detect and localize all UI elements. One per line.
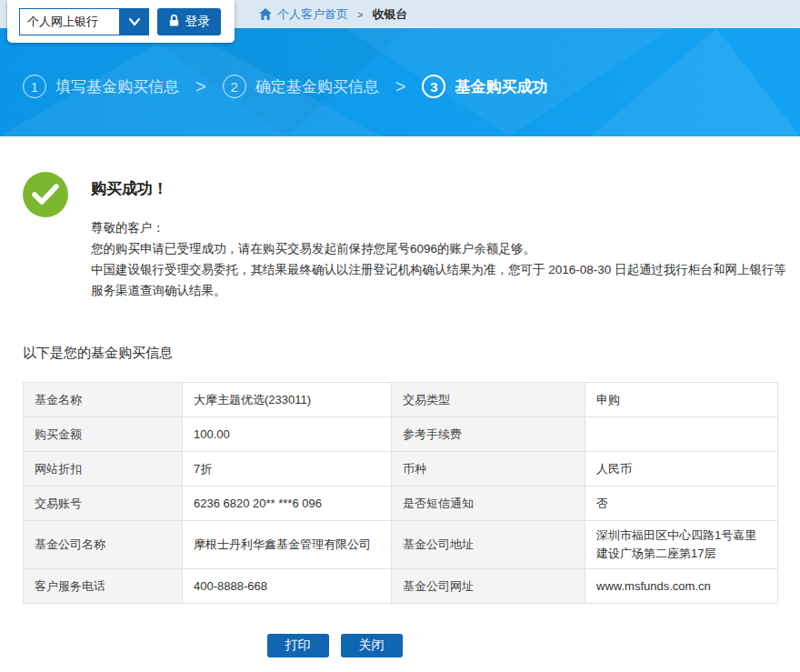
breadcrumb-current: 收银台 — [372, 6, 407, 23]
info-value-cell — [585, 417, 778, 452]
step-1-number: 1 — [23, 75, 46, 98]
step-3-active: 3 基金购买成功 — [422, 75, 547, 98]
banking-channel-select[interactable]: 个人网上银行 — [19, 8, 149, 35]
info-value-cell: 申购 — [585, 383, 778, 417]
success-line1: 您的购买申请已受理成功，请在购买交易发起前保持您尾号6096的账户余额足够。 — [91, 238, 789, 259]
step-2: 2 确定基金购买信息 — [223, 75, 379, 98]
info-label-cell: 币种 — [392, 452, 585, 486]
info-value-cell: 100.00 — [183, 417, 392, 452]
breadcrumb-separator: > — [357, 9, 363, 20]
step-banner: 1 填写基金购买信息 > 2 确定基金购买信息 > 3 基金购买成功 — [0, 28, 800, 136]
info-label-cell: 网站折扣 — [24, 452, 183, 486]
step-2-label: 确定基金购买信息 — [255, 76, 379, 97]
breadcrumb-home-link[interactable]: 个人客户首页 — [277, 6, 348, 23]
success-title: 购买成功！ — [91, 178, 168, 199]
success-greeting: 尊敬的客户： — [91, 217, 789, 238]
info-value-cell: 摩根士丹利华鑫基金管理有限公司 — [183, 521, 392, 569]
info-value-cell: www.msfunds.com.cn — [585, 569, 778, 604]
login-button[interactable]: 登录 — [157, 8, 221, 35]
fund-info-table: 基金名称 大摩主题优选(233011) 交易类型 申购 购买金额 100.00 … — [23, 382, 778, 604]
table-row: 基金公司名称 摩根士丹利华鑫基金管理有限公司 基金公司地址 深圳市福田区中心四路… — [24, 521, 778, 569]
step-separator-icon: > — [395, 76, 406, 97]
step-separator-icon: > — [195, 76, 206, 97]
info-label-cell: 基金公司网址 — [392, 569, 585, 604]
info-value-cell: 否 — [585, 486, 778, 521]
step-3-number: 3 — [422, 75, 445, 98]
step-1: 1 填写基金购买信息 — [23, 75, 179, 98]
table-row: 购买金额 100.00 参考手续费 — [24, 417, 778, 452]
info-value-cell: 大摩主题优选(233011) — [183, 383, 392, 417]
info-label-cell: 基金公司名称 — [24, 521, 183, 569]
home-icon[interactable] — [259, 8, 272, 20]
login-card: 个人网上银行 登录 — [7, 0, 235, 43]
info-value-cell: 400-8888-668 — [183, 569, 392, 604]
info-label-cell: 基金名称 — [24, 383, 183, 417]
page: 个人客户首页 > 收银台 个人网上银行 登录 1 填写基金购买信息 — [0, 0, 800, 672]
info-label-cell: 基金公司地址 — [392, 521, 585, 569]
table-row: 交易账号 6236 6820 20** ***6 096 是否短信通知 否 — [24, 486, 778, 521]
info-label-cell: 交易账号 — [24, 486, 183, 521]
info-label-cell: 交易类型 — [392, 383, 585, 417]
step-2-number: 2 — [223, 75, 246, 98]
login-button-label: 登录 — [185, 14, 211, 30]
table-row: 基金名称 大摩主题优选(233011) 交易类型 申购 — [24, 383, 778, 417]
table-row: 网站折扣 7折 币种 人民币 — [24, 452, 778, 486]
lock-icon — [168, 14, 180, 30]
chevron-down-icon[interactable] — [119, 8, 149, 35]
step-1-label: 填写基金购买信息 — [55, 76, 179, 97]
info-label-cell: 客户服务电话 — [24, 569, 183, 604]
table-row: 客户服务电话 400-8888-668 基金公司网址 www.msfunds.c… — [24, 569, 778, 604]
success-message: 尊敬的客户： 您的购买申请已受理成功，请在购买交易发起前保持您尾号6096的账户… — [91, 217, 789, 301]
info-value-cell: 7折 — [183, 452, 392, 486]
info-value-cell: 6236 6820 20** ***6 096 — [183, 486, 392, 521]
info-value-cell: 人民币 — [585, 452, 778, 486]
success-check-icon — [23, 172, 68, 217]
info-label-cell: 是否短信通知 — [392, 486, 585, 521]
info-label-cell: 参考手续费 — [392, 417, 585, 452]
success-line2: 中国建设银行受理交易委托，其结果最终确认以注册登记机构确认结果为准，您可于 20… — [91, 259, 789, 301]
step-indicator: 1 填写基金购买信息 > 2 确定基金购买信息 > 3 基金购买成功 — [23, 75, 547, 98]
breadcrumb: 个人客户首页 > 收银台 — [259, 0, 407, 28]
action-button-row: 打印 关闭 — [0, 634, 669, 657]
step-3-label: 基金购买成功 — [455, 76, 547, 97]
info-section-heading: 以下是您的基金购买信息 — [23, 345, 173, 362]
print-button[interactable]: 打印 — [267, 634, 329, 657]
close-button[interactable]: 关闭 — [341, 634, 403, 657]
info-value-cell: 深圳市福田区中心四路1号嘉里建设广场第二座第17层 — [585, 521, 778, 569]
banking-channel-select-value[interactable]: 个人网上银行 — [19, 8, 119, 35]
info-label-cell: 购买金额 — [24, 417, 183, 452]
